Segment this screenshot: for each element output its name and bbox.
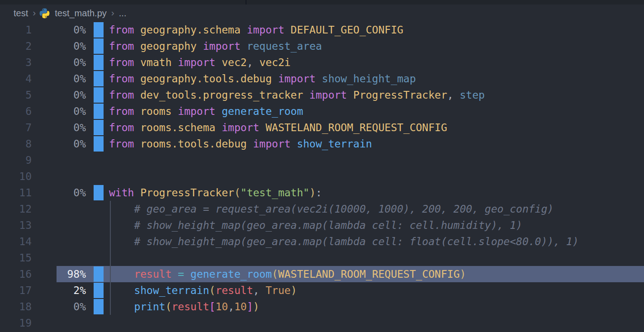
code-line[interactable]: 14 # show_height_map(geo_area.map(lambda… [0, 233, 644, 250]
code-text: # show_height_map(geo_area.map(lambda ce… [109, 233, 579, 250]
profile-percentage [32, 201, 86, 217]
python-file-icon [39, 8, 50, 19]
coverage-block [94, 71, 104, 86]
line-number: 16 [0, 266, 32, 282]
line-number: 19 [0, 315, 32, 331]
coverage-block [94, 299, 104, 314]
code-text: # geo_area = request_area(vec2i(10000, 1… [109, 201, 554, 217]
code-text: # show_height_map(geo_area.map(lambda ce… [109, 217, 522, 233]
chevron-right-icon: › [111, 7, 114, 18]
profile-percentage: 0% [32, 71, 86, 87]
profile-percentage [32, 315, 86, 331]
coverage-block [94, 266, 104, 282]
profile-percentage: 0% [32, 119, 86, 136]
code-line[interactable]: 10%from geography.schema import DEFAULT_… [0, 22, 644, 38]
line-number: 11 [0, 185, 32, 201]
line-number: 5 [0, 87, 32, 103]
breadcrumb-symbol-more[interactable]: ... [119, 8, 127, 19]
code-text: with ProgressTracker("test_math"): [109, 185, 322, 201]
code-line[interactable]: 40%from geography.tools.debug import sho… [0, 71, 644, 87]
tab-bar-strip [0, 0, 644, 5]
line-number: 17 [0, 282, 32, 299]
tab-divider [246, 0, 246, 5]
code-line[interactable]: 10 [0, 168, 644, 185]
gutter-spacer [94, 250, 104, 266]
line-number: 3 [0, 54, 32, 71]
coverage-block [94, 120, 104, 135]
code-line[interactable]: 19 [0, 315, 644, 331]
profile-percentage [32, 152, 86, 168]
code-line[interactable]: 12 # geo_area = request_area(vec2i(10000… [0, 201, 644, 217]
coverage-block [94, 283, 104, 298]
code-text: print(result[10,10]) [109, 299, 259, 315]
code-line[interactable]: 30%from vmath import vec2, vec2i [0, 54, 644, 71]
line-number: 7 [0, 119, 32, 136]
profile-percentage: 0% [32, 38, 86, 54]
line-number: 10 [0, 168, 32, 185]
profile-percentage [32, 250, 86, 266]
code-line[interactable]: 172% show_terrain(result, True) [0, 282, 644, 299]
code-line[interactable]: 110%with ProgressTracker("test_math"): [0, 185, 644, 201]
code-line[interactable]: 70%from rooms.schema import WASTELAND_RO… [0, 119, 644, 136]
line-number: 6 [0, 103, 32, 119]
line-number: 1 [0, 22, 32, 38]
code-text: from geography import request_area [109, 38, 322, 54]
editor[interactable]: 10%from geography.schema import DEFAULT_… [0, 22, 644, 331]
line-number: 12 [0, 201, 32, 217]
code-text: from rooms.schema import WASTELAND_ROOM_… [109, 119, 447, 136]
code-text: from geography.schema import DEFAULT_GEO… [109, 22, 403, 38]
profile-percentage: 0% [32, 136, 86, 152]
line-number: 14 [0, 233, 32, 250]
profile-percentage: 0% [32, 54, 86, 71]
line-number: 9 [0, 152, 32, 168]
code-line[interactable]: 180% print(result[10,10]) [0, 299, 644, 315]
line-number: 8 [0, 136, 32, 152]
profile-percentage [32, 217, 86, 233]
code-line[interactable]: 1698% result = generate_room(WASTELAND_R… [0, 266, 644, 282]
breadcrumb-file[interactable]: test_math.py [55, 8, 107, 19]
profile-percentage: 0% [32, 185, 86, 201]
breadcrumb: test › test_math.py › ... [0, 5, 644, 22]
gutter-spacer [94, 168, 104, 185]
code-line[interactable]: 50%from dev_tools.progress_tracker impor… [0, 87, 644, 103]
line-number: 4 [0, 71, 32, 87]
profile-percentage: 2% [32, 282, 86, 299]
code-line[interactable]: 15 [0, 250, 644, 266]
profile-percentage: 0% [32, 103, 86, 119]
profile-percentage: 0% [32, 87, 86, 103]
coverage-block [94, 22, 104, 38]
code-text: from geography.tools.debug import show_h… [109, 71, 416, 87]
gutter-spacer [94, 315, 104, 331]
code-text: from rooms import generate_room [109, 103, 303, 119]
line-number: 18 [0, 299, 32, 315]
code-line[interactable]: 20%from geography import request_area [0, 38, 644, 54]
profile-percentage: 0% [32, 22, 86, 38]
line-number: 13 [0, 217, 32, 233]
profile-percentage: 98% [32, 266, 86, 282]
coverage-block [94, 87, 104, 103]
coverage-block [94, 104, 104, 119]
code-line[interactable]: 80%from rooms.tools.debug import show_te… [0, 136, 644, 152]
code-line[interactable]: 60%from rooms import generate_room [0, 103, 644, 119]
line-number: 2 [0, 38, 32, 54]
coverage-block [94, 38, 104, 54]
code-line[interactable]: 9 [0, 152, 644, 168]
code-text: from dev_tools.progress_tracker import P… [109, 87, 485, 103]
code-text: show_terrain(result, True) [109, 282, 297, 299]
profile-percentage [32, 233, 86, 250]
code-text: result = generate_room(WASTELAND_ROOM_RE… [109, 266, 466, 282]
coverage-block [94, 136, 104, 152]
code-text: from vmath import vec2, vec2i [109, 54, 291, 71]
code-line[interactable]: 13 # show_height_map(geo_area.map(lambda… [0, 217, 644, 233]
coverage-block [94, 185, 104, 200]
gutter-spacer [94, 201, 104, 217]
code-lines: 10%from geography.schema import DEFAULT_… [0, 22, 644, 331]
gutter-spacer [94, 233, 104, 250]
gutter-spacer [94, 217, 104, 233]
code-text: from rooms.tools.debug import show_terra… [109, 136, 372, 152]
chevron-right-icon: › [33, 7, 36, 18]
profile-percentage: 0% [32, 299, 86, 315]
profile-percentage [32, 168, 86, 185]
line-number: 15 [0, 250, 32, 266]
breadcrumb-folder[interactable]: test [14, 8, 28, 19]
